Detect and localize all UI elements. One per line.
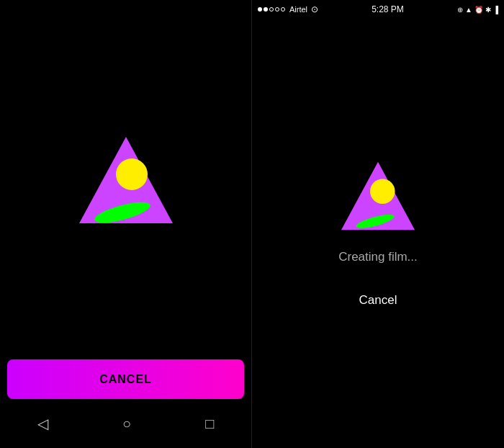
sun-shape xyxy=(116,158,148,190)
recents-icon[interactable]: □ xyxy=(205,416,214,432)
cancel-button-android[interactable]: CANCEL xyxy=(7,359,244,399)
rotation-icon: ⊕ xyxy=(457,6,463,14)
app-logo-left xyxy=(68,130,184,230)
home-icon[interactable]: ○ xyxy=(122,416,131,432)
battery-icon: ▐ xyxy=(493,6,498,14)
alarm-icon: ⏰ xyxy=(474,6,483,14)
ios-status-bar: Airtel ⊙ 5:28 PM ⊕ ▲ ⏰ ✱ ▐ xyxy=(252,0,504,16)
signal-dot-2 xyxy=(264,7,268,12)
wifi-icon: ⊙ xyxy=(311,4,318,14)
status-left: Airtel ⊙ xyxy=(258,4,318,14)
carrier-name: Airtel xyxy=(289,5,307,14)
location-icon: ▲ xyxy=(465,6,472,14)
android-navigation-bar: ◁ ○ □ xyxy=(0,406,251,441)
status-time: 5:28 PM xyxy=(372,4,404,14)
back-icon[interactable]: ◁ xyxy=(37,415,48,432)
bottom-area-android: CANCEL ◁ ○ □ xyxy=(0,359,251,448)
bluetooth-icon: ✱ xyxy=(485,6,491,14)
signal-dot-1 xyxy=(258,7,262,12)
signal-dot-5 xyxy=(281,7,285,12)
ios-panel: Airtel ⊙ 5:28 PM ⊕ ▲ ⏰ ✱ ▐ Creating film… xyxy=(252,0,504,448)
signal-dot-3 xyxy=(269,7,274,12)
status-right-icons: ⊕ ▲ ⏰ ✱ ▐ xyxy=(457,6,498,14)
cancel-button-ios[interactable]: Cancel xyxy=(359,293,397,308)
logo-area-left xyxy=(68,0,184,359)
creating-status-text: Creating film... xyxy=(338,250,418,264)
android-panel: CANCEL ◁ ○ □ xyxy=(0,0,252,448)
signal-indicator xyxy=(258,7,285,12)
app-logo-right xyxy=(331,156,425,236)
sun-shape-ios xyxy=(370,179,395,204)
signal-dot-4 xyxy=(275,7,279,12)
ios-content-area: Creating film... Cancel xyxy=(331,16,425,448)
